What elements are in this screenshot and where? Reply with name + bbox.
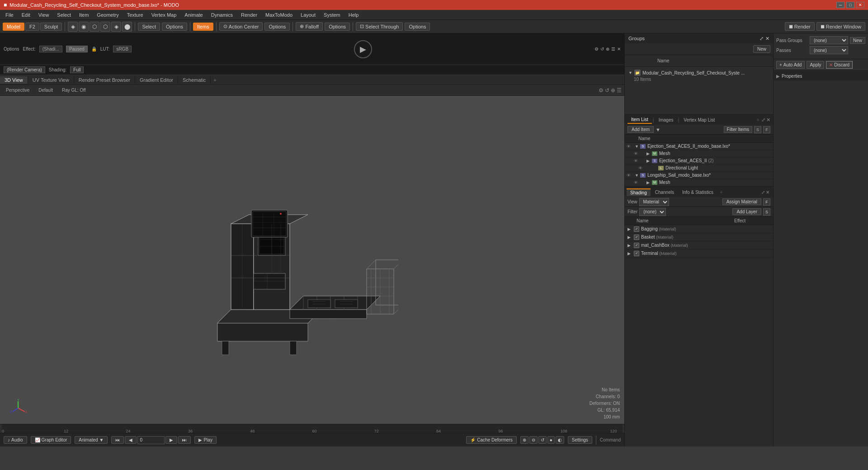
- select-icon-3[interactable]: ⬡: [90, 22, 99, 32]
- il-row-2[interactable]: 👁 ▶ S Ejection_Seat_ACES_II (2): [625, 157, 773, 164]
- sh-view-select[interactable]: Material: [639, 198, 669, 206]
- items-btn[interactable]: Items: [193, 23, 213, 31]
- groups-close-icon[interactable]: ✕: [765, 36, 769, 42]
- action-center-options-btn[interactable]: Options: [264, 23, 290, 31]
- menu-edit[interactable]: Edit: [18, 11, 34, 19]
- groups-expand-icon[interactable]: ⤢: [760, 36, 764, 42]
- render-window-btn[interactable]: ◼ Render Window: [816, 22, 865, 31]
- sh-tab-add[interactable]: +: [718, 189, 724, 195]
- il-row-0[interactable]: 👁 ▼ S Ejection_Seat_ACES_II_modo_base.lx…: [625, 143, 773, 150]
- add-item-arrow[interactable]: ▼: [656, 127, 660, 132]
- groups-content[interactable]: ▼ 📁 Modular_Cash_Recycling_Self_Checkout…: [625, 67, 773, 114]
- effect-value[interactable]: (Shadi...: [39, 46, 62, 52]
- close-btn[interactable]: ✕: [856, 2, 864, 8]
- il-row-3[interactable]: 👁 ▶ L Directional Light: [625, 164, 773, 172]
- vp-orbit-icon[interactable]: ↺: [605, 87, 609, 94]
- skip-start-btn[interactable]: ⏮: [111, 436, 124, 444]
- camera-label[interactable]: (Render Camera): [4, 66, 45, 73]
- add-layer-btn[interactable]: Add Layer: [732, 208, 761, 215]
- menu-maxtomodo[interactable]: MaxToModo: [262, 11, 296, 19]
- settings-btn[interactable]: Settings: [568, 436, 592, 444]
- il-tab-vertex[interactable]: Vertex Map List: [680, 117, 718, 123]
- menu-item[interactable]: Item: [75, 11, 92, 19]
- select-icon-5[interactable]: ◈: [111, 22, 121, 32]
- il-f-btn[interactable]: F: [763, 126, 770, 133]
- tab-schematic[interactable]: Schematic: [178, 76, 211, 84]
- menu-file[interactable]: File: [2, 11, 17, 19]
- apply-btn[interactable]: Apply: [807, 61, 824, 69]
- action-center-btn[interactable]: ⊙ Action Center: [219, 22, 263, 31]
- filter-items-btn[interactable]: Filter Items: [724, 126, 752, 133]
- select-btn[interactable]: Select: [138, 23, 160, 31]
- tab-uv-texture[interactable]: UV Texture View: [28, 76, 74, 84]
- sh-s-btn[interactable]: S: [763, 208, 770, 216]
- il-expand-icon[interactable]: ⤢: [761, 117, 765, 123]
- add-item-btn[interactable]: Add Item: [627, 126, 654, 133]
- sh-check-cashbox[interactable]: ✓: [634, 243, 639, 248]
- transport-1[interactable]: ⊕: [520, 436, 528, 444]
- sh-tab-channels[interactable]: Channels: [651, 189, 678, 196]
- item-list-content[interactable]: 👁 ▼ S Ejection_Seat_ACES_II_modo_base.lx…: [625, 143, 773, 187]
- menu-render[interactable]: Render: [237, 11, 261, 19]
- sh-filter-select[interactable]: (none): [639, 208, 666, 216]
- minimize-btn[interactable]: ─: [836, 2, 844, 8]
- sh-check-bagging[interactable]: ✓: [634, 226, 639, 232]
- sh-expand-icon[interactable]: ⤢: [761, 190, 765, 195]
- prev-frame-btn[interactable]: ◀: [125, 436, 137, 444]
- transport-3[interactable]: ↺: [538, 436, 547, 444]
- discard-btn[interactable]: ✕ Discard: [826, 61, 853, 69]
- add-tab-btn[interactable]: +: [211, 76, 219, 84]
- sh-expand-basket[interactable]: ▶: [627, 235, 632, 240]
- select-icon-6[interactable]: ⬤: [122, 22, 132, 32]
- cache-deformers-btn[interactable]: ⚡ Cache Deformers: [466, 436, 516, 444]
- play-btn[interactable]: ▶ Play: [194, 436, 216, 444]
- vp-settings-icon[interactable]: ⚙: [599, 87, 604, 94]
- pg-new-btn[interactable]: New: [850, 37, 865, 44]
- menu-select[interactable]: Select: [53, 11, 75, 19]
- zoom-icon[interactable]: ⊕: [606, 47, 609, 52]
- transport-2[interactable]: ⊖: [529, 436, 538, 444]
- play-button[interactable]: ▶: [354, 40, 372, 58]
- menu-layout[interactable]: Layout: [297, 11, 319, 19]
- next-frame-btn[interactable]: ▶: [165, 436, 177, 444]
- vp-menu-icon[interactable]: ☰: [617, 87, 622, 94]
- il-expand-2[interactable]: ▶: [646, 159, 651, 163]
- render-btn[interactable]: ◼ Render: [785, 22, 815, 31]
- model-btn[interactable]: Model: [3, 23, 24, 31]
- tab-render-preset[interactable]: Render Preset Browser: [74, 76, 135, 84]
- menu-system[interactable]: System: [320, 11, 344, 19]
- falloff-options-btn[interactable]: Options: [325, 23, 350, 31]
- menu-geometry[interactable]: Geometry: [93, 11, 122, 19]
- close-strip-icon[interactable]: ✕: [617, 47, 621, 52]
- sh-row-bagging[interactable]: ▶ ✓ Bagging (Material): [625, 225, 773, 233]
- menu-texture[interactable]: Texture: [123, 11, 147, 19]
- il-tab-images[interactable]: Images: [655, 117, 677, 123]
- sh-row-cashbox[interactable]: ▶ ✓ mat_CashBox (Material): [625, 241, 773, 249]
- menu-vertexmap[interactable]: Vertex Map: [148, 11, 180, 19]
- falloff-btn[interactable]: ⊕ Falloff: [296, 22, 323, 31]
- menu-animate[interactable]: Animate: [181, 11, 206, 19]
- auto-add-btn[interactable]: + Auto Add: [776, 61, 805, 69]
- vp-zoom-icon[interactable]: ⊕: [611, 87, 615, 94]
- new-group-btn[interactable]: New: [753, 45, 770, 53]
- il-expand-4[interactable]: ▼: [635, 173, 639, 178]
- sh-close-icon[interactable]: ✕: [766, 190, 769, 195]
- sculpt-btn[interactable]: Sculpt: [40, 23, 62, 31]
- menu-dynamics[interactable]: Dynamics: [208, 11, 236, 19]
- animated-btn[interactable]: Animated ▼: [75, 436, 108, 444]
- audio-btn[interactable]: ♪ Audio: [4, 436, 27, 444]
- assign-material-btn[interactable]: Assign Material: [722, 198, 761, 205]
- il-close-icon[interactable]: ✕: [766, 117, 770, 123]
- default-btn[interactable]: Default: [35, 87, 56, 94]
- select-options-btn[interactable]: Options: [162, 23, 187, 31]
- sh-expand-terminal[interactable]: ▶: [627, 251, 632, 256]
- il-tab-add[interactable]: +: [757, 117, 760, 122]
- group-item-main[interactable]: ▼ 📁 Modular_Cash_Recycling_Self_Checkout…: [627, 69, 771, 77]
- ray-gl-btn[interactable]: Ray GL: Off: [59, 87, 89, 94]
- transport-5[interactable]: ◐: [556, 436, 564, 444]
- shading-value[interactable]: Full: [70, 66, 84, 73]
- il-expand-0[interactable]: ▼: [635, 144, 639, 149]
- sh-tab-shading[interactable]: Shading: [627, 188, 651, 196]
- maximize-btn[interactable]: □: [846, 2, 854, 8]
- perspective-btn[interactable]: Perspective: [3, 87, 33, 94]
